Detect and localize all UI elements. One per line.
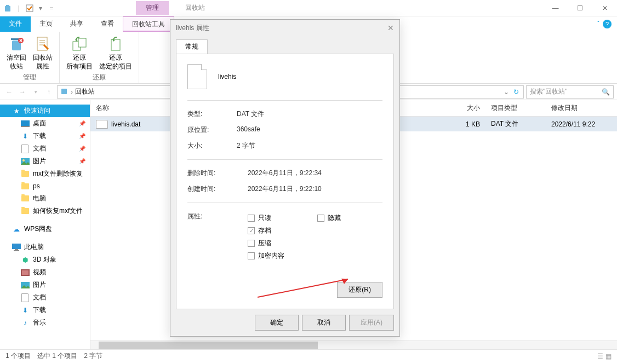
help-icon[interactable]: ?	[603, 20, 612, 28]
column-type[interactable]: 项目类型	[485, 100, 546, 116]
sidebar-item-pictures[interactable]: 图片	[0, 279, 90, 291]
sidebar-item-music[interactable]: ♪音乐	[0, 316, 90, 329]
label-type: 类型:	[187, 109, 237, 119]
folder-icon	[21, 182, 30, 190]
history-dropdown[interactable]: ▾	[30, 86, 42, 98]
svg-rect-0	[5, 6, 10, 11]
picture-icon	[21, 157, 30, 166]
status-selection: 选中 1 个项目	[37, 351, 77, 361]
sidebar-item-folder[interactable]: ps	[0, 180, 90, 192]
search-icon[interactable]: 🔍	[602, 88, 610, 96]
close-button[interactable]: ✕	[592, 1, 617, 16]
ribbon-group-manage: 清空回 收站 回收站 属性 管理	[0, 32, 60, 83]
label-size: 大小:	[187, 141, 237, 151]
svg-rect-9	[111, 39, 120, 50]
checkbox-hidden[interactable]: 隐藏	[317, 212, 341, 224]
dialog-title: livehis 属性	[176, 24, 209, 33]
restore-button[interactable]: 还原(R)	[337, 282, 382, 298]
svg-rect-8	[78, 38, 86, 47]
value-type: DAT 文件	[237, 109, 264, 119]
sidebar-item-documents[interactable]: 文档📌	[0, 142, 90, 155]
value-created: 2022年6月11日，9:22:10	[248, 184, 322, 194]
checkbox-compress[interactable]: 压缩	[248, 237, 284, 250]
svg-rect-2	[26, 5, 33, 11]
sidebar-item-folder[interactable]: mxf文件删除恢复	[0, 167, 90, 180]
forward-button[interactable]: →	[16, 86, 28, 98]
sidebar-item-documents[interactable]: 文档	[0, 291, 90, 304]
sidebar-item-quick-access[interactable]: ★快速访问	[0, 105, 90, 117]
sidebar-item-downloads[interactable]: ⬇下载📌	[0, 130, 90, 142]
refresh-icon[interactable]: ↻	[511, 88, 521, 96]
maximize-button[interactable]: ☐	[568, 1, 592, 16]
minimize-button[interactable]: —	[543, 1, 568, 16]
folder-icon	[21, 194, 30, 203]
label-attributes: 属性:	[187, 212, 248, 221]
dialog-title-bar[interactable]: livehis 属性 ✕	[170, 20, 399, 36]
file-icon	[96, 120, 108, 129]
star-icon: ★	[12, 107, 21, 115]
restore-all-icon	[71, 35, 88, 53]
dropdown-icon[interactable]: ⌄	[504, 88, 509, 96]
empty-recycle-bin-button[interactable]: 清空回 收站	[4, 34, 28, 72]
cancel-button[interactable]: 取消	[302, 315, 346, 331]
restore-all-button[interactable]: 还原 所有项目	[64, 34, 95, 72]
trash-icon	[8, 35, 25, 53]
ok-button[interactable]: 确定	[255, 315, 299, 331]
sidebar-item-downloads[interactable]: ⬇下载	[0, 304, 90, 316]
column-size[interactable]: 大小	[442, 100, 485, 116]
separator-icon: |	[14, 4, 23, 13]
up-button[interactable]: ↑	[43, 86, 55, 98]
sidebar-item-videos[interactable]: 视频	[0, 266, 90, 279]
sidebar-item-pictures[interactable]: 图片📌	[0, 155, 90, 167]
folder-icon	[21, 170, 30, 178]
sidebar-item-folder[interactable]: 如何恢复mxf文件	[0, 205, 90, 217]
quick-access-toolbar: | ▾ =	[0, 4, 59, 13]
recycle-bin-properties-button[interactable]: 回收站 属性	[31, 34, 55, 72]
view-icons-icon[interactable]: ▦	[605, 353, 612, 360]
tab-home[interactable]: 主页	[31, 16, 61, 32]
collapse-ribbon-icon[interactable]: ˇ	[597, 20, 599, 28]
document-icon	[21, 293, 30, 302]
dialog-tabs: 常规	[170, 36, 399, 54]
menu-icon[interactable]: ▾	[36, 4, 45, 13]
tab-recycle-tools[interactable]: 回收站工具	[123, 16, 174, 32]
view-details-icon[interactable]: ☰	[597, 353, 603, 360]
pc-icon	[12, 243, 21, 252]
window-controls: — ☐ ✕	[543, 1, 617, 16]
sidebar-item-desktop[interactable]: 桌面📌	[0, 117, 90, 130]
tab-general[interactable]: 常规	[176, 39, 208, 54]
properties-icon	[34, 35, 52, 53]
properties-dialog: livehis 属性 ✕ 常规 livehis 类型:DAT 文件 原位置:36…	[170, 19, 400, 337]
tab-view[interactable]: 查看	[92, 16, 123, 32]
title-bar: | ▾ = 管理 回收站 — ☐ ✕	[0, 0, 617, 16]
recycle-bin-icon	[60, 86, 68, 97]
checkbox-icon[interactable]	[25, 4, 34, 13]
value-deleted: 2022年6月11日，9:22:34	[248, 169, 322, 178]
checkbox-encrypt[interactable]: 加密内容	[248, 250, 284, 262]
file-type: DAT 文件	[485, 117, 546, 131]
restore-selected-button[interactable]: 还原 选定的项目	[97, 34, 134, 72]
window-title: 回收站	[169, 3, 221, 13]
tab-share[interactable]: 共享	[61, 16, 92, 32]
recycle-bin-icon[interactable]	[3, 4, 12, 13]
sidebar-item-this-pc[interactable]: 此电脑	[0, 241, 90, 253]
value-size: 2 字节	[237, 141, 255, 151]
close-icon[interactable]: ✕	[387, 24, 394, 32]
checkbox-archive[interactable]: ✓存档	[248, 224, 284, 237]
back-button[interactable]: ←	[3, 86, 15, 98]
apply-button[interactable]: 应用(A)	[349, 315, 394, 331]
svg-rect-17	[14, 250, 19, 251]
tab-file[interactable]: 文件	[0, 16, 31, 32]
column-date[interactable]: 修改日期	[546, 100, 617, 116]
status-bytes: 2 字节	[84, 351, 102, 361]
checkbox-readonly[interactable]: 只读	[248, 212, 284, 224]
picture-icon	[21, 281, 30, 290]
sidebar-item-3d[interactable]: ⬢3D 对象	[0, 253, 90, 266]
chevron-right-icon[interactable]: ›	[71, 88, 73, 96]
sidebar-item-folder[interactable]: 电脑	[0, 192, 90, 205]
search-box[interactable]: 搜索"回收站" 🔍	[526, 85, 614, 99]
sidebar-item-wps[interactable]: ☁WPS网盘	[0, 223, 90, 235]
horizontal-scrollbar[interactable]	[90, 340, 617, 349]
breadcrumb-location[interactable]: 回收站	[75, 87, 95, 96]
status-item-count: 1 个项目	[5, 351, 31, 361]
